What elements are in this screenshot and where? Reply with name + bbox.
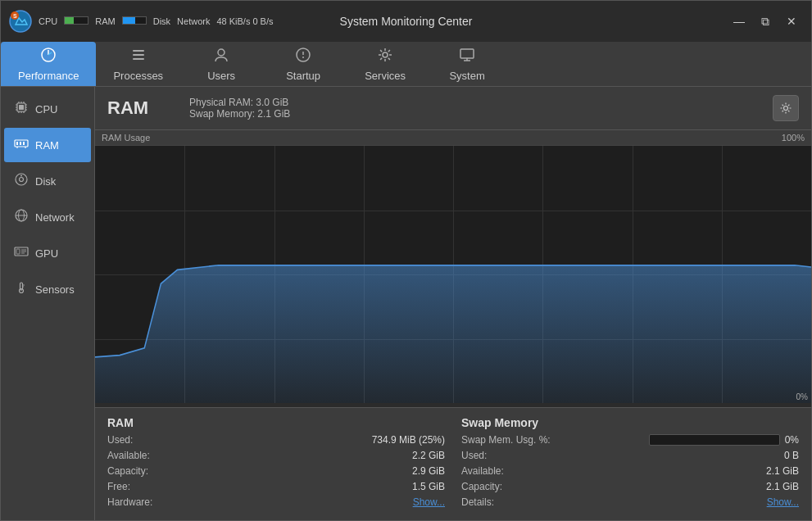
sidebar-item-cpu[interactable]: CPU [4, 92, 91, 126]
sidebar: CPU RAM [1, 87, 95, 520]
swap-stats-section: Swap Memory Swap Mem. Usg. %: 0% U [461, 416, 799, 512]
tab-performance-label: Performance [18, 70, 79, 82]
tab-processes-label: Processes [113, 70, 163, 82]
svg-rect-4 [133, 50, 144, 52]
stat-row-free: Free: 1.5 GiB [107, 481, 445, 492]
ram-specs: Physical RAM: 3.0 GiB Swap Memory: 2.1 G… [189, 97, 290, 120]
stats-area: RAM Used: 734.9 MiB (25%) Available: 2.2… [95, 408, 811, 520]
services-tab-icon [377, 47, 393, 67]
swap-capacity-value: 2.1 GiB [766, 481, 799, 492]
svg-rect-30 [16, 142, 18, 145]
graph-inner: 0% [95, 146, 811, 403]
ram-capacity-value: 2.9 GiB [412, 465, 445, 477]
graph-percent-high: 100% [782, 133, 805, 143]
cpu-mini-bar-fill [65, 17, 74, 24]
cpu-mini-bar [64, 16, 88, 25]
svg-rect-32 [23, 142, 25, 145]
ram-mini-bar-fill [123, 17, 135, 24]
swap-available-label: Available: [461, 465, 504, 477]
ram-available-value: 2.2 GiB [412, 450, 445, 461]
swap-bar-container: 0% [649, 434, 799, 446]
stat-row-used: Used: 734.9 MiB (25%) [107, 434, 445, 446]
sidebar-item-ram[interactable]: RAM [4, 128, 91, 162]
tab-system[interactable]: System [426, 42, 508, 86]
main-content: CPU RAM [1, 87, 811, 520]
swap-usage-value: 0% [785, 434, 799, 446]
ram-sidebar-icon [14, 136, 29, 154]
svg-point-11 [383, 52, 388, 57]
minimize-button[interactable]: — [728, 12, 751, 30]
content-area: RAM Physical RAM: 3.0 GiB Swap Memory: 2… [95, 87, 811, 520]
swap-stats-title: Swap Memory [461, 416, 799, 429]
swap-used-value: 0 B [784, 450, 799, 461]
stat-row-swap-used: Used: 0 B [461, 450, 799, 461]
close-button[interactable]: ✕ [780, 12, 803, 30]
disk-sidebar-icon [14, 172, 29, 190]
svg-point-36 [20, 178, 24, 182]
sensors-sidebar-icon [14, 280, 29, 298]
graph-header: RAM Usage 100% [95, 130, 811, 146]
graph-svg [95, 146, 811, 403]
gpu-sidebar-label: GPU [35, 247, 58, 260]
ram-free-label: Free: [107, 481, 130, 492]
startup-tab-icon [295, 47, 311, 67]
disk-mini-label: Disk [153, 16, 170, 26]
speed-label: 48 KiB/s 0 B/s [216, 16, 273, 26]
tabbar: Performance Processes Users [1, 42, 811, 87]
ram-settings-button[interactable] [773, 95, 799, 121]
main-window: S CPU RAM Disk Network 48 KiB/s 0 B/s [0, 0, 812, 521]
tab-startup[interactable]: Startup [262, 42, 344, 86]
stat-row-available: Available: 2.2 GiB [107, 450, 445, 461]
app-icon: S [9, 10, 32, 33]
titlebar-left: S CPU RAM Disk Network 48 KiB/s 0 B/s [9, 10, 274, 33]
sidebar-item-gpu[interactable]: GPU [4, 236, 91, 270]
titlebar: S CPU RAM Disk Network 48 KiB/s 0 B/s [1, 1, 811, 42]
cpu-mini-label: CPU [39, 16, 57, 26]
window-title: System Monitoring Center [340, 15, 473, 28]
swap-capacity-label: Capacity: [461, 481, 502, 492]
graph-usage-label: RAM Usage [102, 133, 150, 143]
network-sidebar-label: Network [35, 211, 75, 224]
stat-row-hardware: Hardware: Show... [107, 496, 445, 508]
ram-mini-bar [122, 16, 147, 25]
tab-system-label: System [449, 70, 484, 82]
tab-performance[interactable]: Performance [1, 42, 96, 86]
sidebar-item-disk[interactable]: Disk [4, 164, 91, 198]
sidebar-item-sensors[interactable]: Sensors [4, 272, 91, 306]
stat-row-swap-usage: Swap Mem. Usg. %: 0% [461, 434, 799, 446]
titlebar-controls: — ⧉ ✕ [728, 12, 803, 30]
svg-rect-5 [133, 54, 144, 56]
svg-rect-6 [133, 58, 144, 60]
ram-panel-title: RAM [107, 97, 173, 119]
svg-marker-51 [95, 265, 811, 403]
ram-mini-label: RAM [95, 16, 115, 26]
tab-users[interactable]: Users [180, 42, 262, 86]
ram-used-label: Used: [107, 434, 133, 446]
swap-usage-label: Swap Mem. Usg. %: [461, 434, 551, 446]
maximize-button[interactable]: ⧉ [754, 12, 777, 30]
stat-row-swap-available: Available: 2.1 GiB [461, 465, 799, 477]
ram-hardware-link[interactable]: Show... [413, 496, 445, 508]
titlebar-cpu-label: CPU RAM Disk Network 48 KiB/s 0 B/s [39, 16, 274, 26]
ram-header: RAM Physical RAM: 3.0 GiB Swap Memory: 2… [95, 87, 811, 130]
swap-details-link[interactable]: Show... [767, 496, 799, 508]
gpu-sidebar-icon [14, 244, 29, 262]
ram-free-value: 1.5 GiB [412, 481, 445, 492]
sensors-sidebar-label: Sensors [35, 283, 75, 296]
svg-point-37 [20, 175, 22, 177]
swap-used-label: Used: [461, 450, 487, 461]
svg-point-47 [20, 289, 24, 293]
svg-rect-42 [16, 249, 20, 254]
ram-available-label: Available: [107, 450, 150, 461]
svg-rect-12 [460, 49, 474, 58]
sidebar-item-network[interactable]: Network [4, 200, 91, 234]
swap-memory-label: Swap Memory: 2.1 GiB [189, 108, 290, 120]
stat-row-swap-details: Details: Show... [461, 496, 799, 508]
disk-sidebar-label: Disk [35, 175, 56, 188]
content-wrapper: RAM Usage 100% [95, 130, 811, 520]
network-mini-label: Network [177, 16, 210, 26]
users-tab-icon [213, 47, 229, 67]
stat-row-swap-capacity: Capacity: 2.1 GiB [461, 481, 799, 492]
tab-services[interactable]: Services [344, 42, 426, 86]
tab-processes[interactable]: Processes [96, 42, 180, 86]
